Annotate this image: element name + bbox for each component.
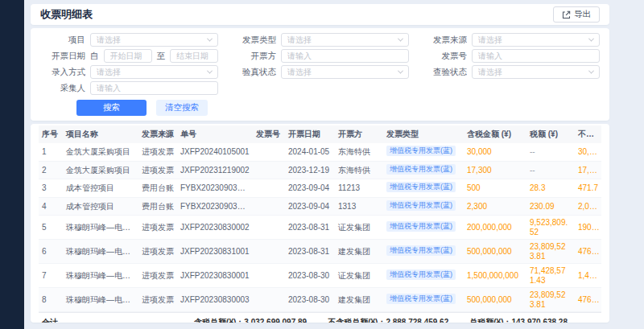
table-scroll-area[interactable]: 序号 项目名称 发票来源 单号 发票号 开票日期 开票方 发票类型 含税金额 (… xyxy=(39,125,601,312)
filter-verify-status: 验真状态 请选择 xyxy=(231,65,409,79)
table-row[interactable]: 6 珠穆朗玛峰—电梯安装 进项发票 JXFP20230831001 2023-0… xyxy=(39,240,601,264)
table-row[interactable]: 7 珠穆朗玛峰—电梯安装 进项发票 JXFP20230830001 2023-0… xyxy=(39,264,601,288)
cell-amount-with-tax: 17,300 xyxy=(464,161,526,179)
filter-invoice-type: 发票类型 请选择 xyxy=(231,33,409,47)
cell-invoice-no xyxy=(253,288,285,312)
col-no: 序号 xyxy=(39,125,63,143)
cell-issuer: 建发集团 xyxy=(335,240,383,264)
cell-amount-without-tax: 17,300 xyxy=(575,161,601,179)
issuer-input[interactable] xyxy=(281,49,409,63)
filter-invoice-type-label: 发票类型 xyxy=(231,35,276,46)
cell-tax: 23,809,523.81 xyxy=(526,240,575,264)
table-row[interactable]: 2 金筑大厦采购项目 进项发票 JXFP20231219002 2023-12-… xyxy=(39,161,601,179)
cell-order-no: FYBX20230903005 xyxy=(177,197,253,216)
invoice-type-badge: 增值税专用发票(蓝) xyxy=(386,245,456,256)
filter-issuer-label: 开票方 xyxy=(231,51,276,62)
filter-panel: 项目 请选择 发票类型 请选择 发票来源 请选择 xyxy=(31,28,609,121)
filter-project-select[interactable]: 请选择 xyxy=(90,33,218,47)
cell-invoice-date: 2023-08-31 xyxy=(285,240,335,264)
col-invoice-date: 开票日期 xyxy=(285,125,335,143)
summary-total-label: 合计 xyxy=(42,317,58,323)
table-row[interactable]: 4 成本管控项目 费用台账 FYBX20230903005 2023-09-04… xyxy=(39,197,601,216)
invoice-type-badge: 增值税专用发票(蓝) xyxy=(386,182,456,192)
check-status-select[interactable]: 请选择 xyxy=(472,65,600,79)
cell-order-no: JXFP20230831001 xyxy=(177,240,253,264)
page-header: 收票明细表 导出 xyxy=(31,4,609,25)
col-invoice-type: 发票类型 xyxy=(383,125,464,143)
invoice-type-badge: 增值税专用发票(蓝) xyxy=(386,200,456,211)
chevron-down-icon xyxy=(398,36,403,42)
cell-invoice-no xyxy=(253,179,285,198)
filter-invoice-source-select[interactable]: 请选择 xyxy=(472,33,600,47)
filter-project-label: 项目 xyxy=(40,35,85,46)
invoice-type-badge: 增值税专用发票(蓝) xyxy=(386,269,456,280)
col-tax: 税额 (¥) xyxy=(526,125,575,143)
invoice-no-input[interactable] xyxy=(472,49,600,63)
cell-invoice-type: 增值税专用发票(蓝) xyxy=(383,143,464,161)
cell-tax: 23,809,523.81 xyxy=(526,288,575,312)
cell-order-no: JXFP20231219002 xyxy=(177,161,253,179)
filter-entry-method-label: 录入方式 xyxy=(40,67,85,78)
filter-invoice-type-select[interactable]: 请选择 xyxy=(281,33,409,47)
chevron-down-icon xyxy=(588,36,594,42)
invoice-type-badge: 增值税专用发票(蓝) xyxy=(386,294,456,304)
chevron-down-icon xyxy=(207,36,213,42)
filter-issuer: 开票方 xyxy=(231,49,409,63)
cell-invoice-date: 2023-08-30 xyxy=(285,288,335,312)
filter-invoice-source-placeholder: 请选择 xyxy=(478,35,502,46)
col-invoice-no: 发票号 xyxy=(253,125,285,143)
cell-invoice-type: 增值税专用发票(蓝) xyxy=(383,288,464,312)
cell-no: 2 xyxy=(39,161,63,179)
search-button[interactable]: 搜索 xyxy=(76,100,147,116)
col-invoice-source: 发票来源 xyxy=(138,125,177,143)
cell-amount-without-tax: 30,000 xyxy=(575,143,601,161)
chevron-down-icon xyxy=(207,68,213,74)
filter-invoice-source-label: 发票来源 xyxy=(422,35,467,46)
collector-input[interactable] xyxy=(90,81,218,95)
filter-invoice-date: 开票日期 自 至 xyxy=(40,49,218,63)
cell-project-name: 金筑大厦采购项目 xyxy=(63,143,138,161)
chevron-down-icon xyxy=(588,68,594,74)
cell-issuer: 证发集团 xyxy=(335,264,383,288)
cell-amount-without-tax: 471.7 xyxy=(575,179,601,198)
cell-invoice-source: 费用台账 xyxy=(138,197,177,216)
start-date-input[interactable] xyxy=(104,49,152,63)
cell-issuer: 证发集团 xyxy=(335,216,383,240)
export-button[interactable]: 导出 xyxy=(553,6,600,23)
cell-invoice-no xyxy=(253,197,285,216)
filter-invoice-no-label: 发票号 xyxy=(422,51,467,62)
clear-search-button[interactable]: 清空搜索 xyxy=(156,100,208,116)
cell-order-no: JXFP20230830002 xyxy=(177,216,253,240)
entry-method-select[interactable]: 请选择 xyxy=(90,65,218,79)
cell-invoice-date: 2023-08-30 xyxy=(285,264,335,288)
cell-tax: 230.09 xyxy=(526,197,575,216)
filter-check-status: 查验状态 请选择 xyxy=(422,65,600,79)
table-row[interactable]: 8 珠穆朗玛峰—电梯安装 进项发票 JXFP20230830003 2023-0… xyxy=(39,288,601,312)
cell-order-no: JXFP20230830001 xyxy=(177,264,253,288)
table-header-row: 序号 项目名称 发票来源 单号 发票号 开票日期 开票方 发票类型 含税金额 (… xyxy=(39,125,601,143)
cell-amount-without-tax: 476,190,476.19 xyxy=(575,240,601,264)
cell-project-name: 成本管控项目 xyxy=(63,197,138,216)
cell-invoice-type: 增值税专用发票(蓝) xyxy=(383,240,464,264)
cell-invoice-source: 进项发票 xyxy=(138,288,177,312)
table-row[interactable]: 5 珠穆朗玛峰—电梯安装 进项发票 JXFP20230830002 2023-0… xyxy=(39,216,601,240)
summary-amount-with-tax: 含税总额(¥)：3,032,699,097.89 xyxy=(194,317,307,323)
cell-amount-with-tax: 30,000 xyxy=(464,143,526,161)
end-date-input[interactable] xyxy=(170,49,218,63)
col-amount-without-tax: 不含税金额 (¥) xyxy=(575,125,601,143)
cell-invoice-type: 增值税专用发票(蓝) xyxy=(383,264,464,288)
cell-invoice-source: 费用台账 xyxy=(138,179,177,198)
table-row[interactable]: 1 金筑大厦采购项目 进项发票 JXFP20240105001 2024-01-… xyxy=(39,143,601,161)
filter-entry-method: 录入方式 请选择 xyxy=(40,65,218,79)
cell-no: 6 xyxy=(39,240,63,264)
cell-amount-without-tax: 190,476,190.48 xyxy=(575,216,601,240)
cell-amount-with-tax: 500,000,000 xyxy=(464,288,526,312)
cell-order-no: JXFP20240105001 xyxy=(177,143,253,161)
cell-tax: 9,523,809.52 xyxy=(526,216,575,240)
filter-collector-label: 采集人 xyxy=(40,83,85,94)
table-row[interactable]: 3 成本管控项目 费用台账 FYBX20230903003 2023-09-04… xyxy=(39,179,601,198)
verify-status-select[interactable]: 请选择 xyxy=(281,65,409,79)
cell-invoice-source: 进项发票 xyxy=(138,161,177,179)
date-from-label: 自 xyxy=(90,51,99,62)
collapsed-sidebar[interactable] xyxy=(0,0,24,329)
